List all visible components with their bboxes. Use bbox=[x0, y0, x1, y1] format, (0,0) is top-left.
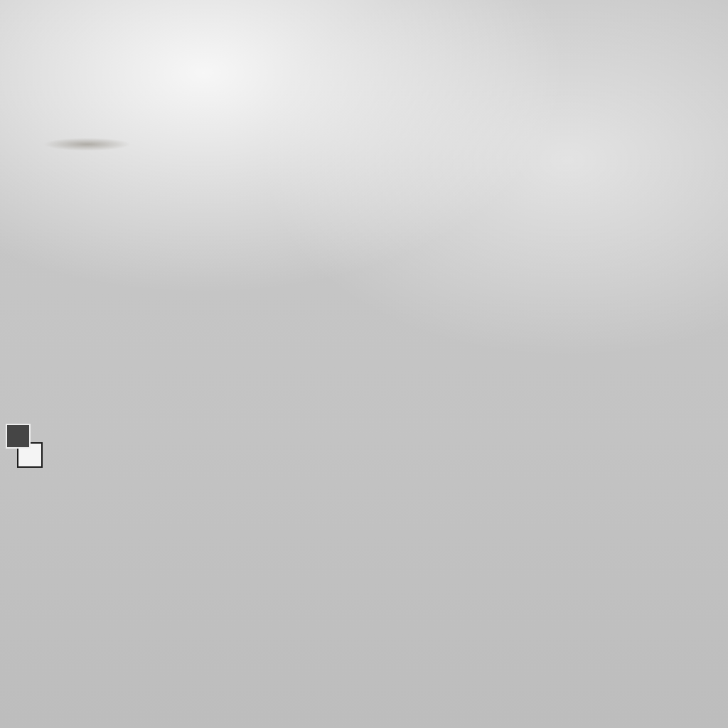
variation-thumbnail-3[interactable] bbox=[0, 533, 728, 633]
foreground-color-swatch[interactable] bbox=[6, 424, 31, 449]
app-window: v25 Ehea ❏ ▦ ◳ ✐ ✎ ✑ ✏ ⊘ ▭ ✂ ◫ ⊕ ▣ ◧ Cle… bbox=[0, 0, 728, 728]
